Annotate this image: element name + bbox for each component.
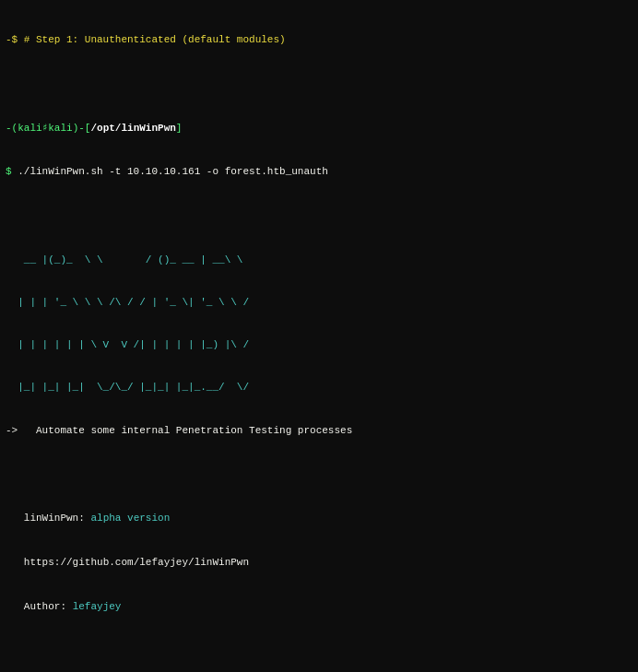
tool-name: linWinPwn: alpha version <box>6 512 632 526</box>
tool-author: Author: lefayjey <box>6 600 632 615</box>
ascii-3: | | | | | | \ V V /| | | | | |_) |\ / <box>6 338 632 351</box>
blank-2 <box>6 209 632 224</box>
blank-3 <box>6 467 632 482</box>
terminal-window: -$ # Step 1: Unauthenticated (default mo… <box>0 0 638 672</box>
blank-4 <box>6 644 632 659</box>
ascii-1: __ |(_)_ \ \ / ()_ __ | __\ \ <box>6 253 632 266</box>
ascii-2: | | | '_ \ \ \ /\ / / | '_ \| '_ \ \ / <box>6 296 632 309</box>
blank-1 <box>6 77 632 92</box>
ascii-4: |_| |_| |_| \_/\_/ |_|_| |_|_.__/ \/ <box>6 381 632 394</box>
prompt-line: -(kali♯kali)-[/opt/linWinPwn] <box>6 122 632 136</box>
tool-url: https://github.com/lefayjey/linWinPwn <box>6 556 632 571</box>
automate-line: -> Automate some internal Penetration Te… <box>6 424 632 439</box>
command-line: $ ./linWinPwn.sh -t 10.10.10.161 -o fore… <box>6 165 632 180</box>
step-comment: -$ # Step 1: Unauthenticated (default mo… <box>6 33 632 48</box>
